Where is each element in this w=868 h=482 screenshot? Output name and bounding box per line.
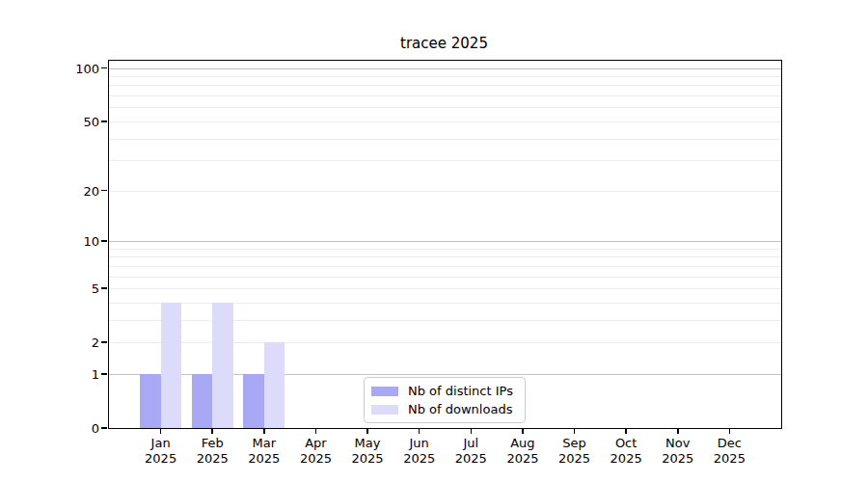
x-axis-tick-dec bbox=[729, 428, 731, 434]
bar-nb-of-downloads-jan bbox=[161, 303, 181, 428]
bar-nb-of-distinct-ips-feb bbox=[192, 374, 212, 428]
y-axis-tick-0 bbox=[101, 427, 107, 429]
gridline-minor-y30 bbox=[109, 160, 781, 161]
chart-title: tracee 2025 bbox=[108, 35, 780, 52]
plot-area: 1005020105210Jan2025Feb2025Mar2025Apr202… bbox=[108, 60, 782, 429]
y-axis-tick-label-50: 50 bbox=[51, 115, 99, 127]
gridline-minor-y90 bbox=[109, 76, 781, 77]
y-axis-tick-label-10: 10 bbox=[51, 235, 99, 248]
bar-nb-of-distinct-ips-jan bbox=[140, 374, 160, 428]
bar-nb-of-downloads-feb bbox=[212, 303, 232, 428]
gridline-major-y10 bbox=[109, 241, 781, 242]
y-axis-tick-label-20: 20 bbox=[51, 184, 99, 197]
gridline-minor-y4 bbox=[109, 303, 781, 304]
x-axis-tick-apr bbox=[315, 428, 317, 434]
y-axis-tick-20 bbox=[101, 190, 107, 192]
x-axis-tick-nov bbox=[677, 428, 679, 434]
legend-row-distinct-ips: Nb of distinct IPs bbox=[371, 384, 516, 398]
gridline-minor-y40 bbox=[109, 139, 781, 140]
y-axis-tick-1 bbox=[101, 373, 107, 375]
x-axis-tick-jun bbox=[419, 428, 420, 434]
gridline-minor-y60 bbox=[109, 107, 781, 108]
x-label-year: 2025 bbox=[694, 451, 764, 467]
bar-nb-of-downloads-mar bbox=[264, 342, 285, 428]
legend-label-downloads: Nb of downloads bbox=[408, 402, 512, 416]
x-label-month: Dec bbox=[694, 436, 764, 451]
y-axis-tick-label-1: 1 bbox=[51, 367, 99, 380]
x-axis-tick-jul bbox=[471, 428, 473, 434]
legend-label-distinct-ips: Nb of distinct IPs bbox=[408, 384, 513, 398]
gridline-minor-y6 bbox=[109, 277, 781, 278]
gridline-minor-y50 bbox=[109, 121, 781, 122]
gridline-minor-y70 bbox=[109, 95, 781, 96]
x-axis-tick-oct bbox=[625, 428, 627, 434]
y-axis-tick-label-2: 2 bbox=[51, 336, 99, 349]
x-axis-tick-mar bbox=[263, 428, 265, 434]
bar-nb-of-distinct-ips-mar bbox=[243, 374, 263, 428]
legend-swatch-distinct-ips bbox=[371, 387, 398, 396]
chart-figure: tracee 2025 1005020105210Jan2025Feb2025M… bbox=[0, 0, 868, 482]
y-axis-tick-10 bbox=[101, 240, 107, 242]
gridline-minor-y5 bbox=[109, 288, 781, 289]
y-axis-tick-label-0: 0 bbox=[51, 422, 99, 435]
legend: Nb of distinct IPs Nb of downloads bbox=[364, 377, 526, 423]
y-axis-tick-label-100: 100 bbox=[51, 62, 99, 74]
y-axis-tick-50 bbox=[101, 120, 107, 122]
x-axis-tick-may bbox=[366, 428, 368, 434]
legend-swatch-downloads bbox=[371, 405, 398, 415]
x-axis-tick-label-dec: Dec2025 bbox=[694, 436, 764, 467]
x-axis-tick-sep bbox=[574, 428, 576, 434]
x-axis-tick-feb bbox=[211, 428, 213, 434]
gridline-minor-y8 bbox=[109, 256, 781, 257]
x-axis-tick-jan bbox=[160, 428, 162, 434]
x-axis-tick-aug bbox=[522, 428, 524, 434]
gridline-minor-y3 bbox=[109, 320, 781, 321]
legend-row-downloads: Nb of downloads bbox=[371, 402, 516, 416]
y-axis-tick-100 bbox=[101, 67, 107, 69]
gridline-minor-y80 bbox=[109, 85, 781, 86]
gridline-major-y100 bbox=[109, 68, 781, 69]
y-axis-tick-2 bbox=[101, 341, 107, 343]
gridline-minor-y7 bbox=[109, 266, 781, 267]
gridline-minor-y20 bbox=[109, 191, 781, 192]
gridline-minor-y2 bbox=[109, 342, 781, 343]
gridline-minor-y9 bbox=[109, 249, 781, 250]
y-axis-tick-label-5: 5 bbox=[51, 282, 99, 295]
y-axis-tick-5 bbox=[101, 287, 107, 289]
